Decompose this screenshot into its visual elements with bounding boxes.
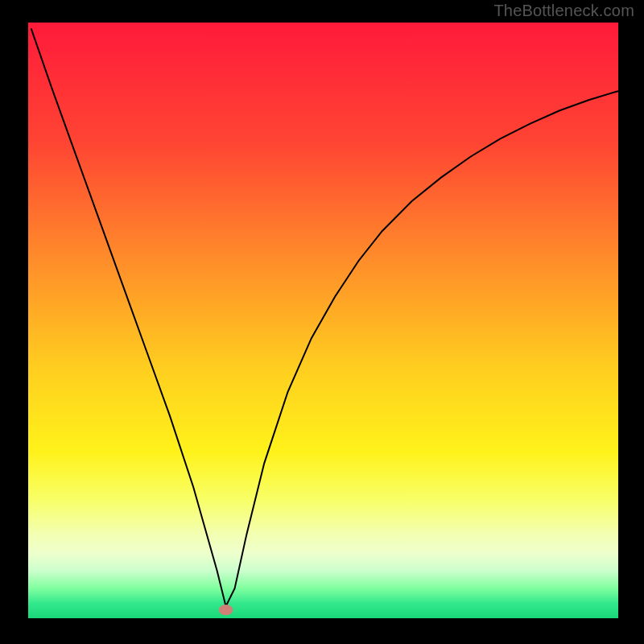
watermark-text: TheBottleneck.com: [493, 2, 634, 20]
marker-minimum-point: [219, 605, 233, 615]
chart-plot-area: [28, 23, 618, 618]
chart-background: [28, 23, 618, 618]
chart-svg: [28, 23, 618, 618]
